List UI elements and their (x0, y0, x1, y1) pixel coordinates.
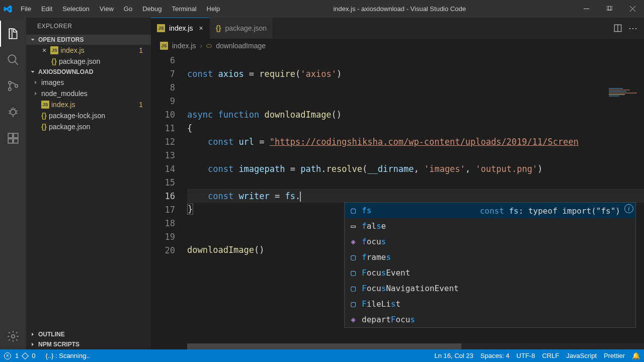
json-file-icon: {} (216, 24, 221, 32)
keyword-icon: ▭ (349, 222, 358, 231)
autocomplete-item[interactable]: ▢FocusNavigationEvent (345, 281, 635, 296)
menu-go[interactable]: Go (119, 3, 137, 15)
warning-icon[interactable] (22, 352, 29, 359)
status-spaces[interactable]: Spaces: 4 (480, 352, 510, 359)
folder-images[interactable]: images (26, 77, 151, 88)
svg-point-3 (8, 55, 16, 62)
npm-scripts-header[interactable]: NPM SCRIPTS (26, 339, 151, 349)
source-control-icon[interactable] (0, 73, 26, 99)
minimap[interactable] (609, 88, 644, 118)
explorer-icon[interactable] (0, 21, 26, 47)
close-button[interactable] (621, 0, 644, 18)
menu-edit[interactable]: Edit (37, 3, 57, 15)
js-file-icon: JS (41, 101, 49, 109)
info-icon[interactable]: i (624, 204, 633, 213)
variable-icon: ▢ (349, 206, 358, 215)
json-file-icon: {} (41, 112, 47, 120)
more-actions-icon[interactable]: ⋯ (628, 23, 638, 34)
open-editor-index-js[interactable]: × JS index.js 1 (26, 45, 151, 56)
status-eol[interactable]: CRLF (542, 352, 559, 359)
file-package-json[interactable]: {} package.json (26, 121, 151, 132)
autocomplete-item[interactable]: ▭false (345, 218, 635, 234)
svg-rect-10 (14, 139, 18, 143)
folder-label: node_modules (41, 89, 88, 98)
file-package-lock[interactable]: {} package-lock.json (26, 110, 151, 121)
chevron-right-icon (29, 331, 36, 338)
breadcrumb[interactable]: JS index.js › ⬭ downloadImage (151, 39, 644, 53)
breadcrumb-symbol[interactable]: downloadImage (216, 42, 266, 50)
settings-gear-icon[interactable] (0, 323, 26, 349)
js-file-icon: JS (160, 42, 168, 50)
warning-count[interactable]: 0 (32, 352, 35, 359)
horizontal-scrollbar[interactable] (187, 343, 644, 349)
code-content[interactable]: const axios = require('axios') async fun… (187, 53, 644, 349)
variable-icon: ▢ (349, 284, 358, 293)
status-encoding[interactable]: UTF-8 (517, 352, 535, 359)
close-icon[interactable]: × (42, 46, 46, 54)
menu-debug[interactable]: Debug (138, 3, 166, 15)
editor-actions: ⋯ (607, 18, 644, 39)
tab-bar: JS index.js × {} package.json ⋯ (151, 18, 644, 39)
project-header[interactable]: AXIOSDOWNLOAD (26, 67, 151, 77)
file-label: index.js (60, 46, 84, 54)
method-icon: ◈ (349, 315, 358, 324)
tab-label: index.js (169, 24, 193, 32)
open-editor-package-json[interactable]: {} package.json (26, 56, 151, 67)
menu-view[interactable]: View (95, 3, 118, 15)
svg-rect-2 (608, 6, 612, 10)
vscode-logo-icon (0, 5, 16, 14)
autocomplete-detail: const fs: typeof import("fs") (480, 204, 620, 218)
folder-node-modules[interactable]: node_modules (26, 88, 151, 99)
main-menu: File Edit Selection View Go Debug Termin… (16, 3, 224, 15)
svg-point-6 (15, 84, 18, 87)
variable-icon: ▢ (349, 268, 358, 278)
modified-badge: 1 (139, 101, 147, 109)
status-line-col[interactable]: Ln 16, Col 23 (434, 352, 473, 359)
explorer-sidebar: EXPLORER OPEN EDITORS × JS index.js 1 {}… (26, 18, 151, 349)
variable-icon: ▢ (349, 253, 358, 262)
breadcrumb-file[interactable]: index.js (172, 42, 196, 50)
chevron-down-icon (29, 36, 36, 43)
error-count[interactable]: 1 (15, 352, 19, 359)
status-language[interactable]: JavaScript (566, 352, 597, 359)
file-label: package-lock.json (49, 112, 105, 120)
tab-package-json[interactable]: {} package.json (210, 18, 273, 39)
window-controls (575, 0, 644, 18)
autocomplete-item[interactable]: ▢ fs const fs: typeof import("fs") i (345, 203, 635, 218)
autocomplete-item[interactable]: ▢frames (345, 249, 635, 265)
activity-bar (0, 18, 26, 349)
menu-file[interactable]: File (16, 3, 36, 15)
menu-terminal[interactable]: Terminal (167, 3, 201, 15)
scrollbar-thumb[interactable] (187, 343, 461, 349)
json-file-icon: {} (41, 123, 47, 131)
error-icon[interactable]: × (4, 352, 11, 359)
autocomplete-item[interactable]: ▢FocusEvent (345, 265, 635, 281)
tab-index-js[interactable]: JS index.js × (151, 18, 210, 39)
file-index-js[interactable]: JS index.js 1 (26, 99, 151, 110)
minimize-button[interactable] (575, 0, 598, 18)
status-prettier[interactable]: Prettier (604, 352, 625, 359)
variable-icon: ▢ (349, 300, 358, 309)
search-icon[interactable] (0, 47, 26, 73)
extensions-icon[interactable] (0, 125, 26, 151)
split-editor-icon[interactable] (613, 24, 622, 33)
status-scanning[interactable]: {..} : Scanning.. (45, 352, 90, 359)
window-title: index.js - axiosdownload - Visual Studio… (224, 5, 575, 13)
maximize-button[interactable] (598, 0, 621, 18)
menu-help[interactable]: Help (202, 3, 225, 15)
code-editor[interactable]: 6 7 8 9 10 11 12 13 14 15 16 17 18 19 20… (151, 53, 644, 349)
outline-header[interactable]: OUTLINE (26, 329, 151, 339)
notifications-bell-icon[interactable]: 🔔 (632, 352, 640, 359)
autocomplete-item[interactable]: ◈departFocus (345, 312, 635, 327)
debug-icon[interactable] (0, 99, 26, 125)
chevron-down-icon (29, 68, 36, 75)
menu-selection[interactable]: Selection (58, 3, 94, 15)
autocomplete-popup[interactable]: ▢ fs const fs: typeof import("fs") i ▭fa… (344, 202, 636, 328)
svg-point-7 (11, 110, 16, 115)
file-label: package.json (49, 123, 91, 131)
json-file-icon: {} (51, 57, 57, 65)
close-icon[interactable]: × (199, 24, 203, 32)
open-editors-header[interactable]: OPEN EDITORS (26, 35, 151, 45)
autocomplete-item[interactable]: ▢FileList (345, 296, 635, 312)
autocomplete-item[interactable]: ◈focus (345, 234, 635, 249)
